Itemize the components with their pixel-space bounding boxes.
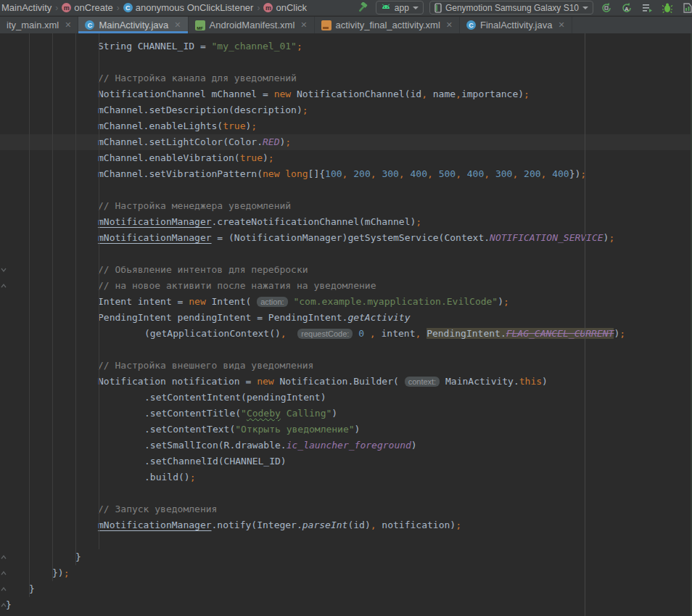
code-line[interactable]: .setSmallIcon(R.drawable.ic_launcher_for… [0,438,692,453]
code-token: parseInt [302,520,348,530]
code-line[interactable]: } [0,597,692,613]
code-token: Codeby [247,408,281,419]
code-token: 0 [358,328,364,339]
code-token: ) [263,152,268,163]
code-token: ) [331,408,337,419]
device-select[interactable]: Genymotion Samsung Galaxy S10 [429,1,593,15]
code-line[interactable] [0,342,692,358]
code-line[interactable]: Notification notification = new Notifica… [0,374,692,390]
breadcrumb-separator-icon: › [255,3,262,13]
code-line[interactable] [0,246,692,262]
code-token: .createNotificationChannel(mChannel) [212,216,416,227]
breadcrumb-item-class[interactable]: MainActivity [0,2,53,13]
close-icon[interactable]: ✕ [65,20,71,30]
code-line[interactable] [0,54,692,70]
code-line[interactable] [0,533,692,549]
tab-androidmanifest-xml[interactable]: MF AndroidManifest.xml ✕ [189,17,315,33]
tab-activity-main-xml[interactable]: ity_main.xml ✕ [0,17,78,33]
close-icon[interactable]: ✕ [558,20,564,30]
code-line[interactable]: mNotificationManager = (NotificationMana… [0,230,692,246]
code-line[interactable]: // Обьявление интентов для переброски [0,262,692,278]
chevron-down-icon [582,7,588,9]
code-line[interactable]: // на новое активити после нажатия на ув… [0,278,692,294]
build-hammer-icon[interactable] [355,1,370,15]
breadcrumb-separator-icon: › [53,3,60,13]
code-line[interactable]: .setContentIntent(pendingIntent) [0,390,692,406]
class-icon: C [85,20,94,30]
breadcrumb-separator-icon: › [115,3,122,13]
code-token: mChannel.setLightColor(Color. [98,136,263,147]
run-configurations-list-icon[interactable] [640,1,654,15]
code-line[interactable]: .setContentText("Открыть уведомление") [0,422,692,438]
fold-collapse-icon[interactable] [1,283,7,289]
code-token: , [371,520,376,530]
code-token: (getApplicationContext() [144,328,281,339]
breadcrumb-item-oncreate[interactable]: m onCreate [60,2,114,13]
fold-collapse-icon[interactable] [1,554,7,560]
code-token: "com.example.myapplication.EvilCode" [293,296,498,307]
code-line[interactable]: PendingIntent pendingIntent = PendingInt… [0,310,692,326]
code-line[interactable]: // Настройка внешнего вида уведомления [0,358,692,374]
profiler-icon[interactable] [680,1,692,15]
code-line[interactable]: (getApplicationContext(), requestCode: 0… [0,326,692,342]
apply-changes-icon[interactable] [599,1,614,15]
code-token: // Запуск уведомления [98,504,217,514]
close-icon[interactable]: ✕ [300,20,307,30]
code-token: ; [302,104,308,115]
breadcrumb-item-anonymous-class[interactable]: C anonymous OnClickListener [122,2,255,13]
code-line[interactable] [0,485,692,501]
code-line[interactable]: String CHANNEL_ID = "my_channel_01"; [0,38,692,54]
code-token: new [263,168,279,179]
code-line[interactable]: // Настройка канала для уведомлений [0,70,692,86]
code-line[interactable]: } [0,549,692,565]
code-line[interactable]: // Запуск уведомления [0,501,692,517]
fold-collapse-icon[interactable] [1,586,7,592]
close-icon[interactable]: ✕ [174,20,181,30]
breadcrumb-item-onclick[interactable]: m onClick [262,2,308,13]
code-token: (id) [347,520,370,530]
code-line[interactable]: mChannel.enableVibration(true); [0,150,692,166]
manifest-file-icon: MF [195,20,205,30]
code-token: mChannel.enableVibration( [98,152,240,163]
code-line[interactable]: }); [0,565,692,581]
code-area[interactable]: String CHANNEL_ID = "my_channel_01";// Н… [0,33,692,616]
code-token: , [456,89,461,99]
code-line[interactable]: .build(); [0,469,692,485]
code-line[interactable]: mChannel.setDescription(description); [0,102,692,118]
code-line[interactable]: } [0,581,692,597]
code-token: "my_channel_01" [212,41,297,52]
code-line[interactable]: Intent intent = new Intent( action: "com… [0,294,692,310]
code-token: ; [297,41,302,52]
code-line[interactable]: mChannel.setLightColor(Color.RED); [0,134,692,150]
run-configuration-select[interactable]: app [376,1,424,15]
code-token: .setChannelId(CHANNEL_ID) [144,456,287,467]
breadcrumb-label: onCreate [74,2,112,13]
tab-activity-final-acttivity-xml[interactable]: activity_final_acttivity.xml ✕ [315,17,460,33]
code-line[interactable]: .setContentTitle("Codeby Calling") [0,406,692,422]
tab-finalacttivity-java[interactable]: C FinalActtivity.java ✕ [460,17,572,33]
device-label: Genymotion Samsung Galaxy S10 [445,3,579,13]
code-token: , [541,168,553,179]
debug-icon[interactable] [660,1,675,15]
code-line[interactable]: mChannel.enableLights(true); [0,118,692,134]
code-line[interactable]: mNotificationManager.notify(Integer.pars… [0,517,692,533]
apply-code-changes-icon[interactable]: A [619,1,634,15]
fold-collapse-icon[interactable] [1,602,7,608]
editor-pane[interactable]: String CHANNEL_ID = "my_channel_01";// Н… [0,33,692,616]
code-token: name [427,89,456,99]
code-line[interactable]: mNotificationManager.createNotificationC… [0,214,692,230]
fold-expand-icon[interactable] [1,267,7,273]
code-line[interactable]: NotificationChannel mChannel = new Notif… [0,86,692,102]
code-line[interactable]: // Настройка менеджера уведомлений [0,198,692,214]
tab-mainactivity-java[interactable]: C MainActivity.java ✕ [78,17,188,33]
code-token: }) [569,168,581,179]
code-line[interactable]: .setChannelId(CHANNEL_ID) [0,453,692,469]
code-token: long [285,168,308,179]
close-icon[interactable]: ✕ [446,20,453,30]
code-token: mNotificationManager [98,232,212,243]
code-token: new [257,376,273,387]
android-icon [381,4,391,12]
code-line[interactable]: mChannel.setVibrationPattern(new long[]{… [0,166,692,182]
code-line[interactable] [0,182,692,198]
fold-collapse-icon[interactable] [1,570,7,576]
